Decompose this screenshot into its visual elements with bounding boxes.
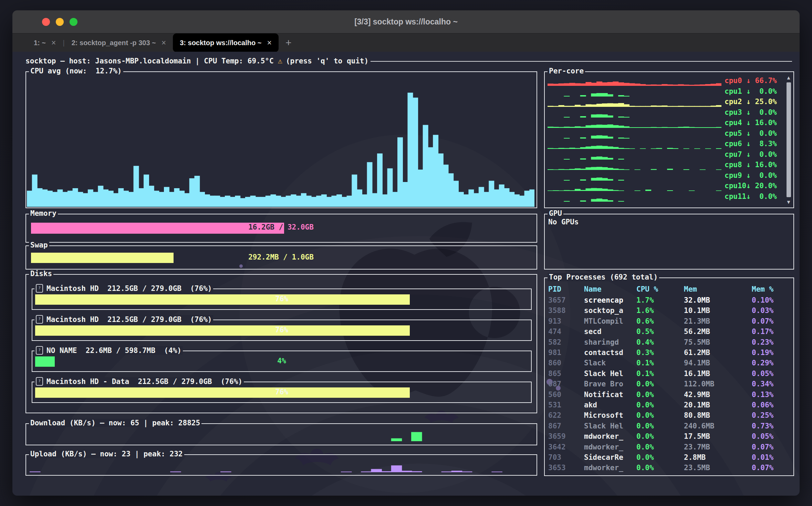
down-arrow-icon: ↓ — [746, 150, 751, 159]
process-column-header: CPU % — [636, 285, 684, 295]
tab-label: 3: socktop ws://localho ~ — [180, 39, 261, 47]
window-titlebar[interactable]: [3/3] socktop ws://localho ~ — [12, 10, 800, 33]
process-mem: 10.1MB — [684, 306, 752, 317]
per-core-row: cpu4↓16.0% — [548, 118, 783, 129]
process-mem: 75.5MB — [684, 338, 752, 348]
down-arrow-icon: ↓ — [746, 171, 751, 180]
process-name: screencap — [584, 296, 636, 306]
cpu-core-name: cpu10 — [725, 182, 746, 190]
process-name: secd — [584, 327, 636, 338]
cpu-core-label: cpu5↓0.0% — [725, 129, 777, 138]
scroll-up-icon[interactable]: ▲ — [787, 75, 790, 80]
process-mem: 112.0MB — [684, 380, 752, 390]
disk-usage-bar: 76% — [35, 387, 528, 398]
host-and-temp-text: socktop — host: Jasons-MBP.localdomain |… — [25, 57, 274, 65]
process-name: sharingd — [584, 338, 636, 348]
process-mem-pct: 0.01% — [752, 453, 791, 464]
tab-bar: 1: ~×|2: socktop_agent -p 303 ~×3: sockt… — [12, 33, 800, 52]
process-mem: 32.0MB — [684, 296, 752, 306]
cpu-core-name: cpu6 — [725, 140, 746, 148]
cpu-avg-panel-title: CPU avg (now: 12.7%) — [29, 67, 123, 75]
scroll-down-icon[interactable]: ▼ — [787, 199, 790, 205]
cpu-core-label: cpu9↓0.0% — [725, 171, 777, 180]
status-line-rule — [371, 61, 792, 62]
process-mem: 240.6MB — [684, 422, 752, 432]
cpu-core-name: cpu9 — [725, 171, 746, 180]
cpu-core-name: cpu7 — [725, 150, 746, 159]
down-arrow-icon: ↓ — [746, 98, 751, 106]
process-pid: 560 — [548, 391, 584, 401]
process-row: 860Slack0.1%94.1MB0.29% — [548, 359, 791, 369]
tab-close-icon[interactable]: × — [162, 38, 166, 48]
process-pid: 3657 — [548, 296, 584, 306]
minimize-window-button[interactable] — [56, 18, 64, 26]
upload-bar-chart — [30, 460, 532, 472]
cpu-core-sparkline — [548, 161, 721, 170]
tab-close-icon[interactable]: × — [51, 38, 56, 48]
process-cpu: 0.0% — [636, 391, 684, 401]
cpu-core-load: 16.0% — [751, 161, 777, 169]
memory-panel-title: Memory — [29, 209, 58, 217]
desktop: [3/3] socktop ws://localho ~ 1: ~×|2: so… — [0, 0, 812, 506]
process-mem-pct: 0.03% — [752, 306, 791, 317]
per-core-row: cpu1↓0.0% — [548, 87, 783, 97]
cpu-core-sparkline — [548, 88, 721, 97]
process-name: Notificat — [584, 391, 636, 401]
process-mem-pct: 0.25% — [752, 411, 791, 422]
process-mem-pct: 0.06% — [752, 401, 791, 411]
cpu-core-label: cpu7↓0.0% — [725, 150, 777, 159]
per-core-scrollbar[interactable]: ▲ ▼ — [785, 75, 792, 205]
process-pid: 865 — [548, 370, 584, 380]
tab-close-icon[interactable]: × — [267, 38, 271, 48]
cpu-core-sparkline — [548, 172, 721, 181]
process-name: contactsd — [584, 348, 636, 359]
swap-bar: 292.2MB / 1.0GB — [31, 253, 531, 263]
process-cpu: 1.6% — [636, 306, 684, 317]
disk-usage-bar-label: 76% — [35, 295, 528, 303]
per-core-row: cpu5↓0.0% — [548, 129, 783, 139]
cpu-core-label: cpu10↓20.0% — [725, 182, 777, 190]
process-mem-pct: 0.07% — [752, 443, 791, 453]
process-pid: 474 — [548, 327, 584, 338]
scrollbar-thumb[interactable] — [787, 82, 791, 197]
process-name: akd — [584, 401, 636, 411]
process-row: 703SidecarRe0.0%2.8MB0.01% — [548, 453, 791, 464]
cpu-avg-bar-chart — [27, 83, 534, 207]
zoom-window-button[interactable] — [70, 18, 77, 26]
tab-3[interactable]: 3: socktop ws://localho ~× — [173, 33, 279, 52]
cpu-core-name: cpu1 — [725, 87, 746, 95]
cpu-core-name: cpu4 — [725, 119, 746, 127]
cpu-core-name: cpu0 — [725, 77, 746, 85]
process-cpu: 0.0% — [636, 401, 684, 411]
cpu-core-label: cpu2↓25.0% — [725, 98, 777, 106]
down-arrow-icon: ↓ — [746, 87, 751, 95]
disk-icon: ? — [36, 377, 43, 386]
cpu-core-load: 25.0% — [751, 98, 777, 106]
disk-usage-bar-label: 76% — [35, 326, 528, 334]
disk-item-title: ?NO NAME 22.6MB / 598.7MB (4%) — [34, 346, 183, 355]
gpu-panel-title: GPU — [548, 209, 563, 217]
tab-1[interactable]: 1: ~× — [27, 33, 63, 52]
down-arrow-icon: ↓ — [746, 129, 751, 138]
process-mem: 61.2MB — [684, 348, 752, 359]
new-tab-button[interactable]: + — [285, 33, 292, 52]
download-panel-title: Download (KB/s) — now: 65 | peak: 28825 — [29, 419, 201, 427]
process-cpu: 1.7% — [636, 296, 684, 306]
close-window-button[interactable] — [42, 18, 50, 26]
cpu-core-name: cpu2 — [725, 98, 746, 106]
disk-item: ?Macintosh HD - Data 212.5GB / 279.0GB (… — [32, 382, 532, 403]
cpu-core-label: cpu8↓16.0% — [725, 161, 777, 169]
disk-icon: ? — [36, 346, 43, 355]
disk-usage-bar-label: 4% — [35, 357, 528, 365]
cpu-core-sparkline — [548, 130, 721, 139]
gpu-panel: GPU No GPUs — [544, 214, 794, 270]
terminal-content[interactable]: socktop — host: Jasons-MBP.localdomain |… — [12, 52, 800, 496]
process-row: 3657screencap1.7%32.0MB0.10% — [548, 296, 791, 306]
process-cpu: 0.0% — [636, 411, 684, 422]
upload-panel: Upload (KB/s) — now: 23 | peak: 232 — [25, 454, 537, 476]
tab-2[interactable]: 2: socktop_agent -p 303 ~× — [65, 33, 173, 52]
disk-icon: ? — [36, 284, 43, 293]
process-mem: 80.8MB — [684, 411, 752, 422]
disk-item-text: Macintosh HD 212.5GB / 279.0GB (76%) — [46, 315, 212, 324]
process-cpu: 0.0% — [636, 422, 684, 432]
